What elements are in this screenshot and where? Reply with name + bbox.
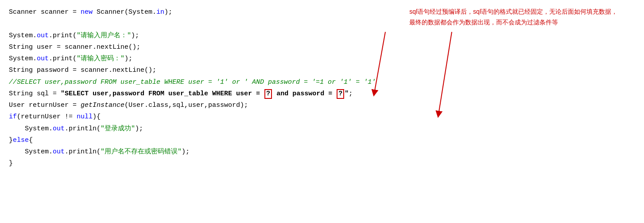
code-block: sql语句经过预编译后，sql语句的格式就已经固定，无论后面如何填充数据， 最终…	[9, 4, 635, 170]
code-line-4: String user = scanner.nextLine();	[9, 42, 635, 53]
placeholder-2: ?	[337, 89, 344, 99]
annotation-line1: sql语句经过预编译后，sql语句的格式就已经固定，无论后面如何填充数据，	[409, 8, 617, 15]
code-line-sql: String sql = "SELECT user,password FROM …	[9, 88, 635, 100]
placeholder-1: ?	[264, 89, 272, 99]
code-line-9: User returnUser = getInstance(User.class…	[9, 100, 635, 111]
code-line-13: System.out.println("用户名不存在或密码错误");	[9, 146, 635, 158]
code-line-comment: //SELECT user,password FROM user_table W…	[9, 77, 635, 88]
code-line-10: if(returnUser != null){	[9, 111, 635, 123]
code-line-14: }	[9, 158, 635, 169]
code-line-3: System.out.print("请输入用户名：");	[9, 30, 635, 42]
code-line-12: }else{	[9, 135, 635, 146]
code-line-5: System.out.print("请输入密码：");	[9, 53, 635, 65]
annotation-box: sql语句经过预编译后，sql语句的格式就已经固定，无论后面如何填充数据， 最终…	[409, 7, 617, 28]
annotation-line2: 最终的数据都会作为数据出现，而不会成为过滤条件等	[409, 19, 558, 26]
code-line-11: System.out.println("登录成功");	[9, 123, 635, 135]
code-line-6: String password = scanner.nextLine();	[9, 65, 635, 76]
